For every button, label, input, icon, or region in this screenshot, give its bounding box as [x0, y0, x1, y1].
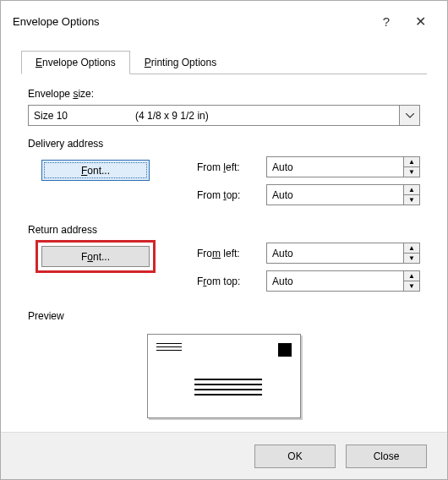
delivery-from-top-input[interactable] [266, 184, 403, 205]
return-font-button[interactable]: Font... [41, 246, 150, 267]
spin-up-icon[interactable]: ▲ [404, 243, 419, 254]
tab-label: rinting Options [151, 57, 216, 68]
tab-envelope-options[interactable]: Envelope Options [21, 51, 130, 74]
ok-button[interactable]: OK [254, 445, 336, 468]
delivery-from-left-spinner[interactable]: ▲ ▼ [266, 156, 420, 177]
envelope-size-info: (4 1/8 x 9 1/2 in) [135, 110, 399, 122]
close-button[interactable]: Close [346, 445, 427, 468]
dialog-footer: OK Close [1, 432, 447, 479]
delivery-from-top-label: From top: [197, 189, 266, 201]
preview-section: Preview [28, 310, 420, 418]
title-bar: Envelope Options ? ✕ [1, 1, 447, 40]
spin-up-icon[interactable]: ▲ [404, 157, 419, 167]
return-address-label: Return address [28, 224, 420, 236]
delivery-address-preview [194, 379, 262, 399]
return-from-left-input[interactable] [266, 243, 403, 264]
delivery-font-button[interactable]: Font... [41, 160, 150, 181]
envelope-size-value: Size 10 [29, 110, 135, 122]
spin-up-icon[interactable]: ▲ [404, 185, 419, 195]
spin-up-icon[interactable]: ▲ [404, 271, 419, 281]
dialog-title: Envelope Options [13, 15, 369, 28]
spin-down-icon[interactable]: ▼ [404, 281, 419, 291]
dialog-content: Envelope Options Printing Options Envelo… [1, 40, 447, 445]
return-address-preview [156, 343, 182, 353]
delivery-address-section: Font... From left: ▲ ▼ [28, 156, 420, 212]
delivery-from-left-input[interactable] [266, 156, 403, 177]
help-button[interactable]: ? [369, 9, 403, 33]
delivery-from-left-label: From left: [197, 161, 266, 173]
tab-panel: Envelope size: Size 10 (4 1/8 x 9 1/2 in… [21, 74, 427, 445]
delivery-address-label: Delivery address [28, 138, 420, 150]
return-address-section: Font... From left: ▲ ▼ [28, 243, 420, 298]
close-icon[interactable]: ✕ [403, 9, 437, 33]
spin-down-icon[interactable]: ▼ [404, 254, 419, 263]
chevron-down-icon[interactable] [399, 106, 419, 125]
return-from-left-label: From left: [197, 248, 266, 259]
envelope-size-combo[interactable]: Size 10 (4 1/8 x 9 1/2 in) [28, 105, 420, 126]
tab-strip: Envelope Options Printing Options [21, 50, 427, 74]
spin-down-icon[interactable]: ▼ [404, 195, 419, 205]
delivery-from-top-spinner[interactable]: ▲ ▼ [266, 184, 420, 205]
envelope-preview [147, 334, 301, 418]
tab-label: nvelope Options [42, 57, 116, 68]
envelope-options-dialog: Envelope Options ? ✕ Envelope Options Pr… [0, 0, 448, 480]
stamp-icon [278, 343, 292, 357]
return-font-highlight: Font... [36, 240, 156, 273]
return-from-top-label: From top: [197, 275, 266, 287]
envelope-size-label: Envelope size: [28, 88, 420, 100]
return-from-top-spinner[interactable]: ▲ ▼ [266, 270, 420, 292]
return-from-left-spinner[interactable]: ▲ ▼ [266, 243, 420, 264]
spin-down-icon[interactable]: ▼ [404, 167, 419, 177]
return-from-top-input[interactable] [266, 270, 403, 292]
preview-label: Preview [28, 310, 420, 322]
tab-printing-options[interactable]: Printing Options [130, 51, 231, 74]
